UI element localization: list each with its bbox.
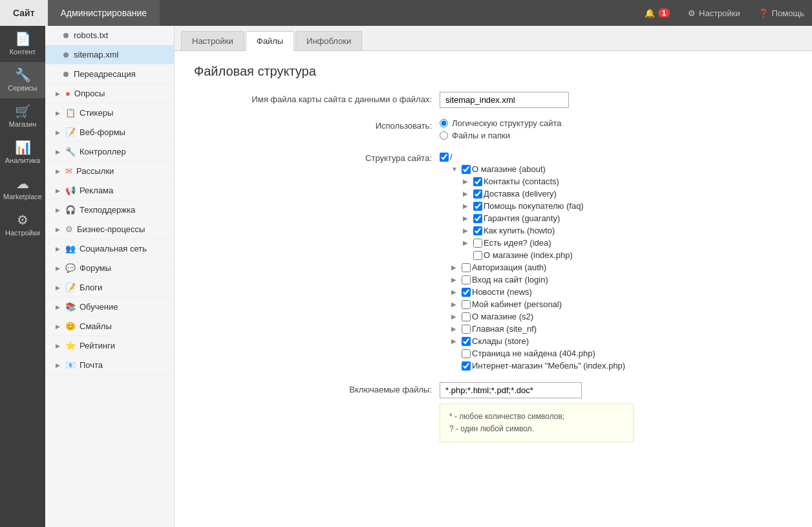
tree-root-label: /	[450, 152, 453, 162]
secondary-item-sitemap[interactable]: sitemap.xml	[45, 45, 174, 65]
help-nav-button[interactable]: ❓ Помощь	[751, 0, 812, 26]
tree-about-label: О магазине (about)	[472, 164, 546, 174]
tree-about-checkbox[interactable]	[462, 165, 471, 174]
learning-icon: 📚	[65, 302, 76, 312]
tree-delivery: ▶ Доставка (delivery)	[440, 188, 793, 200]
secondary-item-mail[interactable]: ▶ 📧 Почта	[45, 356, 174, 375]
tree-contacts-checkbox[interactable]	[473, 177, 482, 186]
settings-nav-button[interactable]: ⚙ Настройки	[680, 0, 748, 26]
tab-infoblocks[interactable]: Инфоблоки	[295, 31, 362, 50]
tree-login-checkbox[interactable]	[462, 275, 471, 285]
structure-value: / ▼ О магазине (about)	[440, 151, 793, 372]
include-files-row: Включаемые файлы: * - любое количество с…	[194, 382, 793, 442]
tree-news-checkbox[interactable]	[462, 288, 471, 297]
secondary-item-stickers[interactable]: ▶ 📋 Стикеры	[45, 103, 174, 123]
include-files-input[interactable]	[440, 382, 582, 398]
radio-files-input[interactable]	[440, 131, 448, 140]
secondary-label-bizproc: Бизнес-процессы	[77, 224, 145, 234]
tree-store-checkbox[interactable]	[462, 337, 471, 346]
tree-guaranty-checkbox[interactable]	[473, 214, 482, 223]
tab-settings[interactable]: Настройки	[181, 31, 244, 50]
tree-faq-checkbox[interactable]	[473, 202, 482, 211]
tree-howto-checkbox[interactable]	[473, 226, 482, 235]
tree-about-index-checkbox[interactable]	[473, 251, 482, 260]
tree-about: ▼ О магазине (about)	[440, 163, 793, 175]
filename-input[interactable]	[440, 92, 569, 108]
tree-sitenf: ▶ Главная (site_nf)	[440, 323, 793, 335]
tree-arrow-news[interactable]: ▶	[451, 288, 460, 296]
tree-arrow-s2[interactable]: ▶	[451, 313, 460, 320]
bizproc-icon: ⚙	[65, 224, 73, 234]
mail-arrow-icon: ▶	[56, 362, 60, 369]
tree-sitenf-checkbox[interactable]	[462, 325, 471, 334]
tree-s2-checkbox[interactable]	[462, 312, 471, 321]
radio-files[interactable]: Файлы и папки	[440, 131, 793, 140]
sidebar-item-shop[interactable]: 🛒 Магазин	[0, 98, 45, 134]
tree-store-label: Склады (store)	[472, 336, 529, 346]
top-nav: Сайт Администрирование 🔔 1 ⚙ Настройки ❓…	[0, 0, 812, 26]
mailing-arrow-icon: ▶	[56, 168, 60, 175]
tree-arrow-guaranty[interactable]: ▶	[463, 215, 472, 222]
tree-404-checkbox[interactable]	[462, 349, 471, 358]
secondary-item-polls[interactable]: ▶ ● Опросы	[45, 84, 174, 103]
notifications-button[interactable]: 🔔 1	[637, 0, 678, 26]
smiles-arrow-icon: ▶	[56, 323, 60, 330]
secondary-item-support[interactable]: ▶ 🎧 Техподдержка	[45, 200, 174, 220]
tree-auth-checkbox[interactable]	[462, 263, 471, 272]
secondary-item-ads[interactable]: ▶ 📢 Реклама	[45, 181, 174, 200]
tab-files[interactable]: Файлы	[246, 31, 294, 51]
tree-personal: ▶ Мой кабинет (personal)	[440, 298, 793, 310]
use-row: Использовать: Логическую структуру сайта…	[194, 118, 793, 140]
blogs-icon: 📝	[65, 283, 76, 292]
sidebar-item-analytics[interactable]: 📊 Аналитика	[0, 134, 45, 171]
secondary-item-learning[interactable]: ▶ 📚 Обучение	[45, 297, 174, 317]
main-layout: 📄 Контент 🔧 Сервисы 🛒 Магазин 📊 Аналитик…	[0, 26, 812, 527]
sidebar-item-content[interactable]: 📄 Контент	[0, 26, 45, 62]
secondary-item-blogs[interactable]: ▶ 📝 Блоги	[45, 278, 174, 297]
secondary-label-forums: Форумы	[80, 263, 111, 273]
ratings-arrow-icon: ▶	[56, 343, 60, 349]
ads-arrow-icon: ▶	[56, 188, 60, 194]
secondary-item-robots[interactable]: robots.txt	[45, 26, 174, 45]
tree-arrow-idea[interactable]: ▶	[463, 239, 472, 246]
secondary-item-smiles[interactable]: ▶ 😊 Смайлы	[45, 317, 174, 336]
tree-arrow-sitenf[interactable]: ▶	[451, 325, 460, 332]
tree-delivery-checkbox[interactable]	[473, 189, 482, 199]
tree-about-index-label: О магазине (index.php)	[484, 250, 573, 260]
admin-tab[interactable]: Администрирование	[48, 0, 160, 26]
tree-arrow-howto[interactable]: ▶	[463, 227, 472, 234]
filename-label: Имя файла карты сайта с данными о файлах…	[194, 92, 440, 104]
tree-root-checkbox[interactable]	[440, 153, 449, 162]
tree-arrow-delivery[interactable]: ▶	[463, 190, 472, 197]
tabs-bar: Настройки Файлы Инфоблоки	[175, 26, 812, 51]
radio-logical[interactable]: Логическую структуру сайта	[440, 118, 793, 128]
tree-arrow-login[interactable]: ▶	[451, 276, 460, 283]
tree-idea-checkbox[interactable]	[473, 239, 482, 248]
tree-arrow-store[interactable]: ▶	[451, 338, 460, 345]
radio-logical-input[interactable]	[440, 119, 448, 127]
secondary-item-bizproc[interactable]: ▶ ⚙ Бизнес-процессы	[45, 220, 174, 239]
hint-box: * - любое количество символов; ? - один …	[440, 403, 634, 442]
tree-personal-checkbox[interactable]	[462, 300, 471, 309]
secondary-item-ratings[interactable]: ▶ ⭐ Рейтинги	[45, 336, 174, 356]
tree-arrow-contacts[interactable]: ▶	[463, 178, 472, 185]
secondary-item-forums[interactable]: ▶ 💬 Форумы	[45, 259, 174, 278]
tree-arrow-faq[interactable]: ▶	[463, 202, 472, 210]
sidebar-item-marketplace[interactable]: ☁ Marketplace	[0, 171, 45, 207]
site-tab[interactable]: Сайт	[0, 0, 48, 26]
sidebar-item-settings[interactable]: ⚙ Настройки	[0, 207, 45, 243]
tree-shop-index-checkbox[interactable]	[462, 361, 471, 371]
secondary-item-controller[interactable]: ▶ 🔧 Контроллер	[45, 142, 174, 162]
sidebar-item-services[interactable]: 🔧 Сервисы	[0, 62, 45, 98]
secondary-item-mailing[interactable]: ▶ ✉ Рассылки	[45, 162, 174, 181]
tree-arrow-about[interactable]: ▼	[451, 166, 460, 173]
tree-s2-label: О магазине (s2)	[472, 312, 533, 321]
hint-line1: * - любое количество символов;	[449, 411, 624, 423]
tree-shop-index-label: Интернет-магазин "Мебель" (index.php)	[472, 361, 625, 371]
webforms-icon: 📝	[65, 127, 76, 137]
tree-arrow-personal[interactable]: ▶	[451, 301, 460, 308]
secondary-item-redirect[interactable]: Переадресация	[45, 65, 174, 84]
tree-arrow-auth[interactable]: ▶	[451, 264, 460, 271]
secondary-item-webforms[interactable]: ▶ 📝 Веб-формы	[45, 123, 174, 142]
secondary-item-social[interactable]: ▶ 👥 Социальная сеть	[45, 239, 174, 259]
